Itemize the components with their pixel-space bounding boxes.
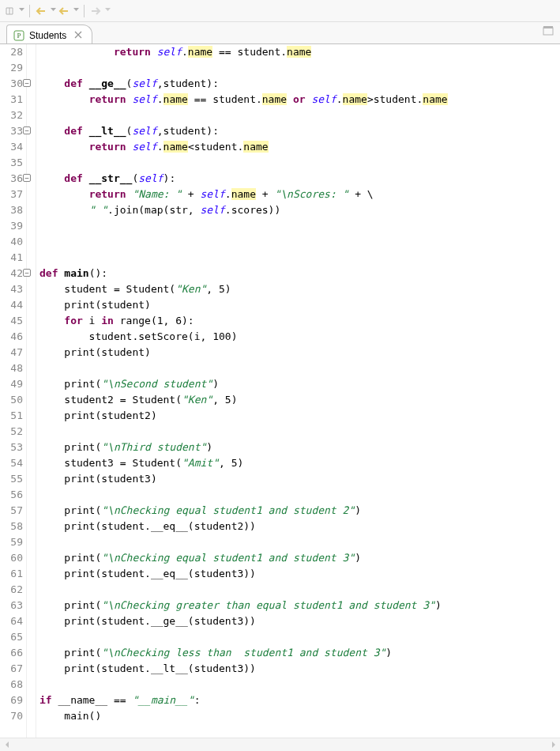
code-line[interactable] [39, 60, 560, 76]
line-number: 61 [0, 566, 23, 582]
line-number: 65 [0, 629, 23, 645]
toggle-breadcrumb-icon[interactable] [3, 5, 16, 17]
svg-text:P: P [17, 32, 21, 40]
maximize-editor-icon[interactable] [543, 25, 555, 38]
code-line[interactable]: print("\nChecking greater than equal stu… [39, 598, 560, 613]
line-number: 42− [0, 266, 23, 281]
line-number: 63 [0, 598, 23, 613]
line-number: 67 [0, 661, 23, 677]
line-number: 45 [0, 313, 23, 329]
code-line[interactable]: print(student2) [39, 408, 560, 424]
line-number: 58 [0, 519, 23, 534]
dropdown-icon[interactable] [51, 8, 56, 13]
code-area[interactable]: return self.name == student.name def __g… [36, 44, 560, 738]
dropdown-icon[interactable] [19, 8, 24, 13]
line-number: 28 [0, 44, 23, 60]
fold-toggle-icon[interactable]: − [23, 126, 31, 134]
line-number: 59 [0, 534, 23, 550]
code-line[interactable]: return self.name == student.name or self… [39, 92, 560, 108]
code-line[interactable]: student = Student("Ken", 5) [39, 281, 560, 297]
line-number: 68 [0, 677, 23, 693]
code-line[interactable]: print(student.__eq__(student2)) [39, 519, 560, 534]
line-number: 29 [0, 60, 23, 76]
code-line[interactable]: return "Name: " + self.name + "\nScores:… [39, 187, 560, 202]
code-line[interactable]: print(student.__lt__(student3)) [39, 661, 560, 677]
scrollbar-track[interactable] [13, 738, 547, 752]
scroll-right-icon[interactable] [547, 738, 560, 752]
code-line[interactable]: return self.name<student.name [39, 139, 560, 155]
code-line[interactable] [39, 155, 560, 171]
svg-rect-3 [543, 26, 553, 28]
code-line[interactable] [39, 582, 560, 598]
code-line[interactable]: print("\nChecking equal student1 and stu… [39, 503, 560, 519]
fold-toggle-icon[interactable]: − [23, 174, 31, 182]
line-number: 66 [0, 645, 23, 661]
code-line[interactable]: def __ge__(self,student): [39, 76, 560, 92]
code-editor[interactable]: 282930−313233−343536−373839404142−434445… [0, 44, 560, 738]
code-line[interactable]: print("\nSecond student") [39, 376, 560, 392]
code-line[interactable] [39, 677, 560, 693]
code-line[interactable]: print("\nThird student") [39, 440, 560, 455]
code-line[interactable]: student3 = Student("Amit", 5) [39, 455, 560, 471]
code-line[interactable]: print(student) [39, 345, 560, 360]
code-line[interactable] [39, 234, 560, 250]
code-line[interactable]: print("\nChecking equal student1 and stu… [39, 550, 560, 566]
forward-icon[interactable] [89, 5, 102, 17]
code-line[interactable]: print(student3) [39, 471, 560, 487]
code-line[interactable] [39, 534, 560, 550]
line-number: 69 [0, 693, 23, 708]
line-number: 60 [0, 550, 23, 566]
code-line[interactable]: if __name__ == "__main__": [39, 693, 560, 708]
line-number: 35 [0, 155, 23, 171]
line-number: 44 [0, 297, 23, 313]
line-number: 49 [0, 376, 23, 392]
dropdown-icon[interactable] [105, 8, 111, 13]
toolbar-separator [29, 5, 30, 17]
line-number: 70 [0, 708, 23, 724]
line-number: 37 [0, 187, 23, 202]
code-line[interactable]: print(student.__eq__(student3)) [39, 566, 560, 582]
code-line[interactable]: print(student.__ge__(student3)) [39, 613, 560, 629]
line-number: 30− [0, 76, 23, 92]
code-line[interactable]: student.setScore(i, 100) [39, 329, 560, 345]
fold-toggle-icon[interactable]: − [23, 269, 31, 277]
code-line[interactable] [39, 108, 560, 123]
code-line[interactable]: " ".join(map(str, self.scores)) [39, 202, 560, 218]
code-line[interactable] [39, 250, 560, 266]
code-line[interactable]: print(student) [39, 297, 560, 313]
code-line[interactable] [39, 218, 560, 234]
line-number: 54 [0, 455, 23, 471]
line-number: 32 [0, 108, 23, 123]
code-line[interactable]: def __lt__(self,student): [39, 123, 560, 139]
code-line[interactable] [39, 629, 560, 645]
code-line[interactable]: print("\nChecking less than student1 and… [39, 645, 560, 661]
code-line[interactable]: for i in range(1, 6): [39, 313, 560, 329]
line-number: 33− [0, 123, 23, 139]
line-number: 62 [0, 582, 23, 598]
back-icon[interactable] [35, 5, 47, 17]
code-line[interactable] [39, 360, 560, 376]
horizontal-scrollbar[interactable] [0, 738, 560, 751]
code-line[interactable]: def __str__(self): [39, 171, 560, 187]
line-number: 40 [0, 234, 23, 250]
tab-students[interactable]: P Students [6, 25, 92, 43]
back-history-icon[interactable] [58, 5, 70, 17]
code-line[interactable]: main() [39, 708, 560, 724]
line-number: 52 [0, 424, 23, 440]
close-tab-icon[interactable] [74, 31, 84, 40]
line-number: 57 [0, 503, 23, 519]
line-number: 50 [0, 392, 23, 408]
code-line[interactable]: student2 = Student("Ken", 5) [39, 392, 560, 408]
code-line[interactable]: return self.name == student.name [39, 44, 560, 60]
dropdown-icon[interactable] [73, 8, 79, 13]
code-line[interactable]: def main(): [39, 266, 560, 281]
fold-toggle-icon[interactable]: − [23, 79, 31, 87]
code-line[interactable] [39, 487, 560, 503]
line-number: 31 [0, 92, 23, 108]
line-number: 43 [0, 281, 23, 297]
line-number: 39 [0, 218, 23, 234]
editor-tabbar: P Students [0, 22, 560, 44]
line-number: 53 [0, 440, 23, 455]
scroll-left-icon[interactable] [0, 738, 13, 752]
code-line[interactable] [39, 424, 560, 440]
